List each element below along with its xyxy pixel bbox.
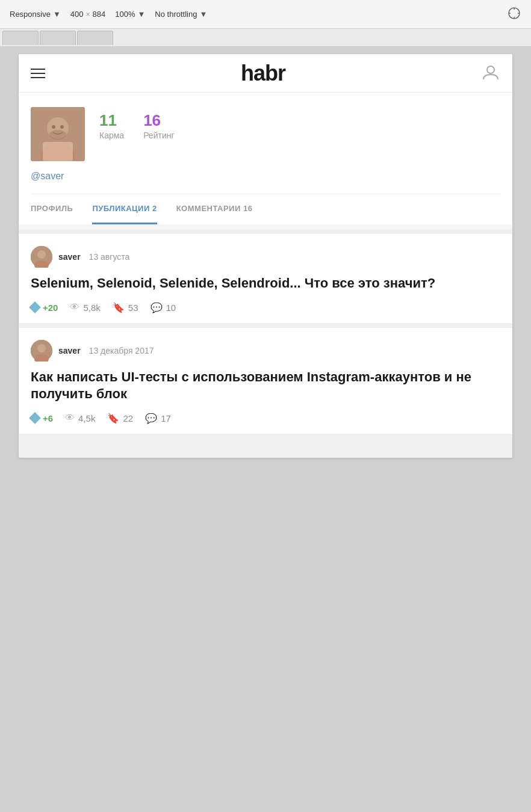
svg-point-10 bbox=[52, 125, 55, 129]
tab-profile-label: ПРОФИЛЬ bbox=[31, 204, 73, 213]
bookmark-icon-1: 🔖 bbox=[113, 302, 125, 313]
settings-icon[interactable] bbox=[507, 6, 521, 20]
articles-list: saver 13 августа Selenium, Selenoid, Sel… bbox=[19, 229, 512, 434]
avatar-image bbox=[31, 107, 85, 161]
zoom-label: 100% bbox=[115, 10, 135, 19]
user-profile-button[interactable] bbox=[481, 63, 500, 84]
article-title-1[interactable]: Selenium, Selenoid, Selenide, Selendroid… bbox=[31, 275, 500, 292]
karma-label: Карма bbox=[99, 131, 124, 140]
eye-icon-1: 👁 bbox=[70, 302, 79, 313]
article-bookmarks-2: 🔖 22 bbox=[107, 413, 133, 424]
article-views-1: 👁 5,8k bbox=[70, 302, 100, 313]
tab-publications[interactable]: ПУБЛИКАЦИИ 2 bbox=[92, 194, 157, 224]
bookmarks-value-1: 53 bbox=[128, 303, 138, 313]
toolbar-right-icons bbox=[507, 6, 521, 22]
article-bookmarks-1: 🔖 53 bbox=[113, 302, 138, 313]
article-title-2[interactable]: Как написать UI-тесты с использованием I… bbox=[31, 369, 500, 403]
article-score-1: +20 bbox=[31, 303, 58, 313]
article-avatar-1 bbox=[31, 246, 52, 268]
article-stats-1: +20 👁 5,8k 🔖 53 💬 10 bbox=[31, 302, 500, 313]
eye-icon-2: 👁 bbox=[65, 413, 75, 423]
comments-value-1: 10 bbox=[166, 303, 176, 313]
dimension-display: 400 × 884 bbox=[70, 10, 105, 19]
article-author-row-2: saver 13 декабря 2017 bbox=[31, 340, 500, 361]
tab-profile[interactable]: ПРОФИЛЬ bbox=[31, 194, 73, 224]
score-value-1: +20 bbox=[43, 303, 58, 313]
article-stats-2: +6 👁 4,5k 🔖 22 💬 17 bbox=[31, 413, 500, 424]
throttle-caret: ▼ bbox=[199, 10, 207, 19]
throttle-label: No throttling bbox=[155, 10, 197, 19]
app-logo[interactable]: habr bbox=[241, 61, 285, 86]
rating-value: 16 bbox=[143, 112, 174, 129]
karma-value: 11 bbox=[99, 112, 124, 129]
views-value-2: 4,5k bbox=[78, 413, 95, 423]
hamburger-line-1 bbox=[31, 69, 45, 70]
responsive-label: Responsive bbox=[10, 10, 51, 19]
author-avatar-svg-1 bbox=[31, 246, 52, 268]
rating-label: Рейтинг bbox=[143, 131, 174, 140]
svg-point-12 bbox=[49, 130, 66, 140]
views-value-1: 5,8k bbox=[83, 303, 100, 313]
zoom-selector[interactable]: 100% ▼ bbox=[115, 10, 145, 19]
comment-icon-1: 💬 bbox=[151, 302, 163, 313]
article-avatar-2 bbox=[31, 340, 52, 361]
svg-point-11 bbox=[60, 125, 64, 129]
article-comments-1: 💬 10 bbox=[151, 302, 176, 313]
article-author-name-1[interactable]: saver bbox=[58, 252, 81, 262]
close-icon[interactable]: × bbox=[86, 10, 90, 19]
hamburger-line-3 bbox=[31, 77, 45, 78]
article-card-2: saver 13 декабря 2017 Как написать UI-те… bbox=[19, 323, 512, 434]
svg-point-5 bbox=[487, 66, 494, 73]
article-views-2: 👁 4,5k bbox=[65, 413, 95, 423]
bookmarks-value-2: 22 bbox=[123, 413, 133, 423]
score-diamond-icon-2 bbox=[29, 412, 41, 424]
browser-tab-3[interactable] bbox=[77, 31, 113, 45]
article-date-1: 13 августа bbox=[89, 252, 130, 262]
profile-top: 11 Карма 16 Рейтинг bbox=[31, 107, 500, 161]
article-author-name-2[interactable]: saver bbox=[58, 346, 81, 355]
comment-icon-2: 💬 bbox=[145, 413, 157, 424]
tab-comments[interactable]: КОММЕНТАРИИ 16 bbox=[176, 194, 253, 224]
dev-toolbar: Responsive ▼ 400 × 884 100% ▼ No throttl… bbox=[0, 0, 531, 29]
comments-value-2: 17 bbox=[161, 413, 171, 423]
profile-stats: 11 Карма 16 Рейтинг bbox=[99, 107, 175, 140]
profile-username[interactable]: @saver bbox=[31, 171, 500, 182]
tab-publications-count: 2 bbox=[152, 204, 157, 213]
rating-stat: 16 Рейтинг bbox=[143, 112, 174, 140]
article-author-row: saver 13 августа bbox=[31, 246, 500, 268]
profile-section: 11 Карма 16 Рейтинг @saver ПРОФИЛЬ ПУБЛИ… bbox=[19, 93, 512, 224]
browser-tab-1[interactable] bbox=[2, 31, 39, 45]
menu-button[interactable] bbox=[31, 69, 45, 78]
score-diamond-icon-1 bbox=[29, 301, 41, 313]
article-card: saver 13 августа Selenium, Selenoid, Sel… bbox=[19, 229, 512, 323]
article-score-2: +6 bbox=[31, 413, 53, 423]
score-value-2: +6 bbox=[43, 413, 53, 423]
hamburger-line-2 bbox=[31, 73, 45, 74]
zoom-caret: ▼ bbox=[137, 10, 145, 19]
responsive-caret: ▼ bbox=[53, 10, 61, 19]
tab-comments-label: КОММЕНТАРИИ bbox=[176, 204, 241, 213]
author-avatar-svg-2 bbox=[31, 340, 52, 361]
tab-comments-count: 16 bbox=[243, 204, 252, 213]
browser-tab-bar bbox=[0, 29, 531, 47]
karma-stat: 11 Карма bbox=[99, 112, 124, 140]
tab-publications-label: ПУБЛИКАЦИИ bbox=[92, 204, 149, 213]
page-wrapper: habr bbox=[19, 54, 512, 458]
browser-tab-2[interactable] bbox=[40, 31, 76, 45]
avatar bbox=[31, 107, 85, 161]
bookmark-icon-2: 🔖 bbox=[107, 413, 119, 424]
page-bottom bbox=[19, 434, 512, 458]
svg-rect-9 bbox=[43, 142, 73, 161]
svg-point-14 bbox=[37, 250, 46, 259]
article-date-2: 13 декабря 2017 bbox=[89, 346, 154, 355]
user-icon bbox=[481, 63, 500, 82]
width-value[interactable]: 400 bbox=[70, 10, 84, 19]
throttle-selector[interactable]: No throttling ▼ bbox=[155, 10, 207, 19]
app-header: habr bbox=[19, 54, 512, 93]
height-value: 884 bbox=[93, 10, 106, 19]
responsive-selector[interactable]: Responsive ▼ bbox=[10, 10, 61, 19]
article-comments-2: 💬 17 bbox=[145, 413, 171, 424]
profile-tabs: ПРОФИЛЬ ПУБЛИКАЦИИ 2 КОММЕНТАРИИ 16 bbox=[31, 194, 500, 224]
avatar-svg bbox=[31, 107, 85, 161]
svg-point-17 bbox=[37, 344, 46, 352]
